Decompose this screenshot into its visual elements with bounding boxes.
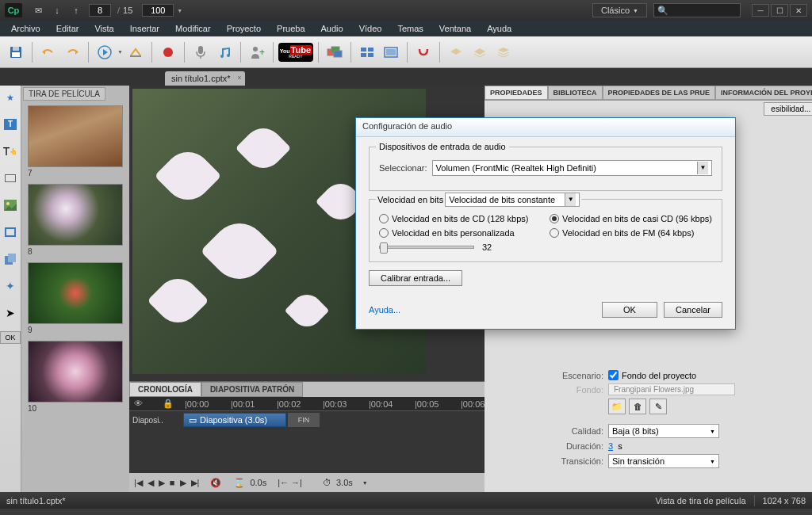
- duracion-value[interactable]: 3: [608, 441, 613, 451]
- accessibility-button[interactable]: esibilidad...: [764, 102, 812, 116]
- slide-thumb-8[interactable]: 8: [28, 184, 123, 256]
- tl-sound-icon[interactable]: 🔇: [210, 478, 221, 488]
- star-tool[interactable]: ★: [2, 89, 19, 106]
- workspace-switcher[interactable]: Clásico ▼: [592, 3, 647, 17]
- eye-icon[interactable]: 👁: [134, 399, 158, 409]
- text-cursor-tool[interactable]: T👆: [2, 143, 19, 160]
- frame-tool[interactable]: [2, 223, 19, 241]
- bitrate-slider[interactable]: [379, 246, 474, 249]
- image-tool[interactable]: [2, 196, 19, 214]
- zoom-input[interactable]: [142, 4, 174, 17]
- tl-prev-button[interactable]: ◀: [147, 478, 154, 488]
- slide-thumb-10[interactable]: 10: [28, 341, 123, 413]
- delete-icon[interactable]: 🗑: [629, 399, 646, 414]
- cursor-tool[interactable]: ➤: [2, 304, 19, 322]
- escenario-checkbox[interactable]: Fondo del proyecto: [608, 370, 696, 380]
- workspace-label: Clásico: [601, 6, 630, 15]
- layer1-button[interactable]: [445, 41, 467, 63]
- audio-import-button[interactable]: [213, 41, 236, 63]
- download-icon[interactable]: ↓: [51, 4, 63, 17]
- menu-vista[interactable]: Vista: [86, 21, 121, 36]
- undo-button[interactable]: [37, 41, 59, 63]
- tab-info-proyecto[interactable]: INFORMACIÓN DEL PROYEC: [715, 86, 812, 100]
- mail-icon[interactable]: ✉: [32, 4, 44, 17]
- maximize-button[interactable]: ☐: [771, 4, 788, 17]
- minimize-button[interactable]: ─: [752, 4, 769, 17]
- slides-button[interactable]: [324, 41, 346, 63]
- mic-button[interactable]: [190, 41, 212, 63]
- close-tab-icon[interactable]: ×: [237, 74, 241, 82]
- menu-archivo[interactable]: Archivo: [3, 21, 48, 36]
- tab-cronologia[interactable]: CRONOLOGÍA: [129, 382, 201, 397]
- timeline-track[interactable]: Diaposi.. ▭Diapositiva (3.0s) FIN: [129, 411, 485, 429]
- slide-thumb-7[interactable]: 7: [28, 105, 123, 177]
- tab-propiedades[interactable]: PROPIEDADES: [485, 86, 548, 100]
- tab-diapositiva-patron[interactable]: DIAPOSITIVA PATRÓN: [201, 382, 303, 397]
- upload-icon[interactable]: ↑: [70, 4, 82, 17]
- redo-button[interactable]: [61, 41, 83, 63]
- layer2-button[interactable]: [469, 41, 491, 63]
- layer3-button[interactable]: [492, 41, 515, 63]
- tl-play-button[interactable]: ▶: [159, 478, 165, 488]
- zoom-dropdown-icon[interactable]: ▼: [177, 8, 182, 13]
- text-tool[interactable]: T: [2, 116, 19, 133]
- actor-button[interactable]: +: [246, 41, 268, 63]
- device-select[interactable]: Volumen (FrontMic (Realtek High Definiti…: [432, 160, 712, 176]
- filmstrip-body[interactable]: 7 8 9 10: [21, 102, 129, 492]
- page-current-input[interactable]: [89, 4, 111, 17]
- calibrar-button[interactable]: Calibrar entrada...: [369, 270, 462, 286]
- document-tab[interactable]: sin título1.cptx* ×: [165, 71, 245, 86]
- tl-end-button[interactable]: ▶|: [191, 478, 200, 488]
- menu-prueba[interactable]: Prueba: [269, 21, 312, 36]
- ayuda-link[interactable]: Ayuda...: [369, 305, 400, 315]
- ok-rail-button[interactable]: OK: [0, 331, 21, 344]
- play-button[interactable]: [94, 41, 116, 63]
- menu-ventana[interactable]: Ventana: [431, 21, 479, 36]
- calidad-select[interactable]: Baja (8 bits)▼: [608, 424, 719, 438]
- menu-proyecto[interactable]: Proyecto: [219, 21, 269, 36]
- tl-next-button[interactable]: ▶: [180, 478, 186, 488]
- cancelar-button[interactable]: Cancelar: [664, 302, 722, 318]
- menu-ayuda[interactable]: Ayuda: [479, 21, 519, 36]
- menu-editar[interactable]: Editar: [48, 21, 87, 36]
- lock-icon[interactable]: 🔒: [163, 399, 186, 409]
- menu-modificar[interactable]: Modificar: [167, 21, 219, 36]
- snap-button[interactable]: [412, 41, 435, 63]
- radio-fm[interactable]: Velocidad en bits de FM (64 kbps): [550, 228, 712, 238]
- timeline-clip[interactable]: ▭Diapositiva (3.0s): [183, 413, 286, 427]
- timeline-ruler[interactable]: 👁🔒 |00:00 |00:01 |00:02 |00:03 |00:04 |0…: [129, 397, 485, 411]
- status-dimensions: 1024 x 768: [763, 496, 806, 505]
- transicion-select[interactable]: Sin transición▼: [608, 454, 719, 468]
- radio-personalizada[interactable]: Velocidad en bits personalizada: [379, 228, 542, 238]
- publish-button[interactable]: [124, 41, 147, 63]
- record-button[interactable]: [157, 41, 179, 63]
- rect-tool[interactable]: [2, 170, 19, 187]
- menu-insertar[interactable]: Insertar: [122, 21, 167, 36]
- slider-thumb[interactable]: [380, 242, 388, 254]
- slide-thumb-9[interactable]: 9: [28, 262, 123, 334]
- single-view-button[interactable]: [380, 41, 402, 63]
- tl-stop-button[interactable]: ■: [170, 478, 175, 487]
- track-label: Diaposi..: [129, 416, 183, 425]
- ok-button[interactable]: OK: [602, 302, 657, 318]
- bitrate-mode-select[interactable]: Velocidad de bits constante▼: [445, 193, 580, 207]
- copy-tool[interactable]: [2, 250, 19, 268]
- time-mark: |00:06: [461, 399, 485, 409]
- tab-propiedades-prueba[interactable]: PROPIEDADES DE LAS PRUE: [603, 86, 716, 100]
- wand-tool[interactable]: ✦: [2, 277, 19, 295]
- search-input[interactable]: 🔍: [653, 3, 741, 17]
- folder-icon[interactable]: 📁: [608, 399, 626, 414]
- menu-video[interactable]: Vídeo: [351, 21, 390, 36]
- menu-audio[interactable]: Audio: [313, 21, 351, 36]
- radio-cd[interactable]: Velocidad en bits de CD (128 kbps): [379, 214, 542, 223]
- save-button[interactable]: [5, 41, 27, 63]
- grid-view-button[interactable]: [356, 41, 378, 63]
- menu-temas[interactable]: Temas: [389, 21, 431, 36]
- close-button[interactable]: ✕: [790, 4, 807, 17]
- radio-casi-cd[interactable]: Velocidad en bits de casi CD (96 kbps): [550, 214, 712, 223]
- tab-biblioteca[interactable]: BIBLIOTECA: [548, 86, 603, 100]
- youtube-button[interactable]: YouTubeREADY: [278, 43, 313, 62]
- play-dropdown-icon[interactable]: ▼: [117, 49, 123, 55]
- edit-icon[interactable]: ✎: [649, 399, 667, 414]
- tl-start-button[interactable]: |◀: [134, 478, 143, 488]
